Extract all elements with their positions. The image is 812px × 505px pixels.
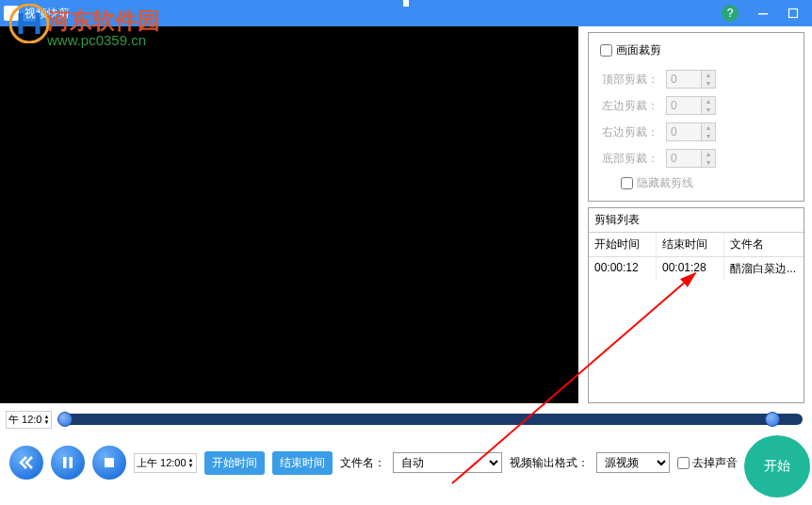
crop-bottom-label: 底部剪裁： (600, 151, 658, 167)
controls-bar: 上午 12:00 ▲▼ 开始时间 结束时间 文件名： 自动 视频输出格式： 源视… (0, 430, 812, 496)
chevron-down-icon[interactable]: ▼ (702, 106, 715, 114)
filename-select[interactable]: 自动 (393, 452, 502, 473)
crop-top-label: 顶部剪裁： (600, 72, 658, 88)
mark-start-button[interactable]: 开始时间 (204, 451, 265, 475)
mark-end-button[interactable]: 结束时间 (272, 451, 333, 475)
timeline-left-time[interactable]: 午 12:0 ▲▼ (6, 411, 52, 429)
pause-button[interactable] (51, 446, 85, 480)
chevron-up-icon[interactable]: ▲ (702, 150, 715, 158)
crop-top-stepper[interactable]: 0 ▲▼ (666, 70, 716, 89)
crop-panel: 画面裁剪 顶部剪裁： 0 ▲▼ 左边剪裁： 0 ▲▼ 右边剪裁： 0 (588, 32, 804, 202)
crop-enable-checkbox[interactable] (600, 44, 612, 57)
header-start: 开始时间 (589, 233, 657, 256)
mute-label: 去掉声音 (692, 455, 738, 471)
header-file: 文件名 (724, 233, 804, 256)
cell-start: 00:00:12 (589, 257, 657, 281)
table-row[interactable]: 00:00:12 00:01:28 醋溜白菜边... (589, 257, 804, 281)
timeline-handle-end[interactable] (765, 412, 780, 427)
chevron-up-icon[interactable]: ▲ (702, 123, 715, 132)
crop-left-label: 左边剪裁： (600, 98, 658, 114)
stop-button[interactable] (92, 446, 126, 480)
crop-header-label: 画面裁剪 (616, 42, 661, 58)
start-button[interactable]: 开始 (744, 435, 810, 497)
edit-list-title: 剪辑列表 (589, 208, 804, 233)
svg-rect-3 (63, 457, 67, 468)
svg-rect-0 (758, 13, 768, 15)
top-marker (403, 0, 409, 7)
chevron-down-icon[interactable]: ▼ (702, 158, 715, 167)
svg-rect-1 (789, 9, 798, 18)
chevron-down-icon[interactable]: ▼ (702, 79, 715, 88)
filename-label: 文件名： (340, 455, 385, 471)
chevron-up-icon[interactable]: ▲ (702, 97, 715, 106)
app-title: 视频快剪 (24, 6, 70, 22)
crop-left-stepper[interactable]: 0 ▲▼ (666, 96, 716, 115)
minimize-button[interactable] (748, 2, 778, 24)
format-select[interactable]: 源视频 (596, 452, 670, 473)
chevron-down-icon[interactable]: ▼ (188, 463, 194, 468)
cell-end: 00:01:28 (657, 257, 724, 281)
crop-right-stepper[interactable]: 0 ▲▼ (666, 122, 716, 141)
video-preview[interactable] (0, 26, 578, 403)
app-icon (4, 6, 19, 21)
cell-file: 醋溜白菜边... (724, 257, 804, 281)
timeline-handle-start[interactable] (57, 412, 73, 427)
timeline-track[interactable] (61, 414, 803, 425)
time-input[interactable]: 上午 12:00 ▲▼ (134, 453, 197, 473)
svg-rect-4 (70, 457, 73, 468)
crop-bottom-stepper[interactable]: 0 ▲▼ (666, 149, 716, 168)
chevron-down-icon[interactable]: ▼ (702, 132, 715, 140)
help-button[interactable]: ? (722, 5, 739, 22)
timeline: 午 12:0 ▲▼ (0, 409, 812, 430)
hide-crop-label: 隐藏裁剪线 (637, 175, 693, 191)
mute-checkbox[interactable] (677, 457, 690, 469)
chevron-up-icon[interactable]: ▲ (702, 71, 715, 79)
edit-list-panel: 剪辑列表 开始时间 结束时间 文件名 00:00:12 00:01:28 醋溜白… (588, 207, 804, 403)
hide-crop-line-checkbox[interactable] (621, 177, 633, 189)
table-header: 开始时间 结束时间 文件名 (589, 233, 804, 257)
crop-right-label: 右边剪裁： (600, 124, 658, 140)
header-end: 结束时间 (657, 233, 724, 256)
rewind-button[interactable] (9, 446, 43, 480)
chevron-down-icon[interactable]: ▼ (43, 419, 49, 425)
format-label: 视频输出格式： (510, 455, 589, 471)
maximize-button[interactable] (778, 2, 808, 24)
svg-rect-5 (105, 458, 114, 467)
